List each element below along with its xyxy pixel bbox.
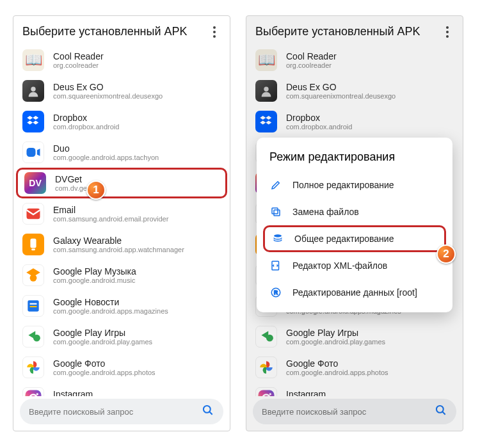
app-item-galaxy[interactable]: Galaxy Wearablecom.samsung.android.app.w… xyxy=(13,229,230,260)
app-item-dropbox[interactable]: Dropboxcom.dropbox.android xyxy=(13,106,230,137)
games-icon xyxy=(22,326,44,348)
deus-icon xyxy=(22,80,44,102)
app-package: com.google.android.apps.tachyon xyxy=(53,154,221,161)
svg-point-9 xyxy=(33,335,40,342)
coolreader-icon: 📖 xyxy=(22,49,44,71)
svg-point-32 xyxy=(274,234,282,237)
app-name: Galaxy Wearable xyxy=(53,236,221,246)
copy-icon xyxy=(269,205,282,218)
root-icon: R xyxy=(269,286,282,299)
app-item-photos[interactable]: Google Фотоcom.google.android.apps.photo… xyxy=(13,352,230,383)
search-icon[interactable] xyxy=(202,404,214,419)
app-item-music[interactable]: Google Play Музыкаcom.google.android.mus… xyxy=(13,260,230,291)
app-package: org.coolreader xyxy=(53,61,221,69)
app-name: Deus Ex GO xyxy=(53,82,221,92)
dialog-item-label: Полное редактирование xyxy=(292,180,394,190)
app-name: Google Play Музыка xyxy=(53,266,221,276)
edit-icon xyxy=(269,179,282,191)
svg-point-12 xyxy=(36,393,38,395)
app-item-insta[interactable]: Instagramcom.instagram.android xyxy=(13,383,230,396)
xml-icon xyxy=(269,259,282,272)
callout-badge-2: 2 xyxy=(436,244,456,264)
dialog-item-copy[interactable]: Замена файлов xyxy=(257,198,452,225)
dialog-item-label: Общее редактирование xyxy=(294,234,394,244)
app-package: com.dropbox.android xyxy=(53,123,221,131)
app-name: Google Play Игры xyxy=(53,328,221,338)
dropbox-icon xyxy=(22,111,44,132)
news-icon xyxy=(22,295,44,317)
svg-rect-30 xyxy=(274,210,280,216)
svg-rect-7 xyxy=(30,303,37,305)
dialog-item-edit[interactable]: Полное редактирование xyxy=(257,172,452,198)
search-input[interactable] xyxy=(29,407,202,417)
app-package: com.squareenixmontreal.deusexgo xyxy=(53,92,221,100)
svg-rect-4 xyxy=(31,248,35,250)
app-item-games[interactable]: Google Play Игрыcom.google.android.play.… xyxy=(13,321,230,352)
svg-rect-8 xyxy=(30,306,37,307)
app-name: Google Фото xyxy=(53,358,221,369)
music-icon xyxy=(22,264,44,286)
app-package: com.google.android.apps.magazines xyxy=(53,307,221,315)
app-name: Instagram xyxy=(53,389,221,396)
header: Выберите установленный APK xyxy=(13,16,230,45)
edit-mode-dialog: Режим редактирования Полное редактирован… xyxy=(257,138,452,312)
svg-point-13 xyxy=(204,406,211,413)
app-list: 📖Cool Readerorg.coolreaderDeus Ex GOcom.… xyxy=(13,45,230,396)
overflow-menu-icon[interactable] xyxy=(207,26,222,38)
dvget-icon: DV xyxy=(24,172,46,194)
dialog-item-label: Редактирование данных [root] xyxy=(292,287,417,298)
svg-point-0 xyxy=(31,87,35,92)
app-name: Cool Reader xyxy=(53,51,221,61)
svg-text:R: R xyxy=(274,290,278,296)
svg-rect-31 xyxy=(272,208,278,214)
email-icon xyxy=(22,203,44,225)
dialog-item-label: Редактор XML-файлов xyxy=(292,260,387,271)
app-package: com.google.android.apps.photos xyxy=(53,369,221,376)
app-name: Dropbox xyxy=(53,113,221,123)
app-item-duo[interactable]: Duocom.google.android.apps.tachyon xyxy=(13,137,230,168)
search-bar[interactable] xyxy=(20,399,223,424)
dialog-item-stack[interactable]: Общее редактирование xyxy=(263,225,446,252)
stack-icon xyxy=(271,232,284,245)
svg-rect-3 xyxy=(30,239,36,248)
app-item-email[interactable]: Emailcom.samsung.android.email.provider xyxy=(13,198,230,229)
app-item-dvget[interactable]: DVDVGetcom.dv.get xyxy=(16,168,227,198)
app-name: Duo xyxy=(53,143,221,154)
svg-line-14 xyxy=(210,412,212,415)
dialog-item-xml[interactable]: Редактор XML-файлов xyxy=(257,252,452,279)
page-title: Выберите установленный APK xyxy=(22,25,207,38)
svg-point-5 xyxy=(30,275,37,282)
phone-left: Выберите установленный APK 📖Cool Readero… xyxy=(13,15,230,431)
app-package: com.google.android.play.games xyxy=(53,338,221,346)
photos-icon xyxy=(22,356,44,378)
dialog-item-root[interactable]: RРедактирование данных [root] xyxy=(257,279,452,306)
app-name: Email xyxy=(53,205,221,215)
app-item-deus[interactable]: Deus Ex GOcom.squareenixmontreal.deusexg… xyxy=(13,76,230,106)
galaxy-icon xyxy=(22,234,44,255)
phone-right: Выберите установленный APK 📖Cool Readero… xyxy=(246,15,463,431)
app-package: com.samsung.android.app.watchmanager xyxy=(53,246,221,253)
app-item-coolreader[interactable]: 📖Cool Readerorg.coolreader xyxy=(13,45,230,76)
app-package: com.google.android.music xyxy=(53,276,221,284)
callout-badge-1: 1 xyxy=(86,180,106,200)
dialog-title: Режим редактирования xyxy=(257,148,452,172)
duo-icon xyxy=(22,141,44,163)
app-package: com.samsung.android.email.provider xyxy=(53,215,221,223)
svg-rect-1 xyxy=(27,148,36,157)
insta-icon xyxy=(22,387,44,396)
dialog-item-label: Замена файлов xyxy=(292,207,359,217)
app-name: DVGet xyxy=(55,174,219,184)
app-package: com.dv.get xyxy=(55,184,219,192)
app-name: Google Новости xyxy=(53,297,221,307)
app-item-news[interactable]: Google Новостиcom.google.android.apps.ma… xyxy=(13,291,230,321)
